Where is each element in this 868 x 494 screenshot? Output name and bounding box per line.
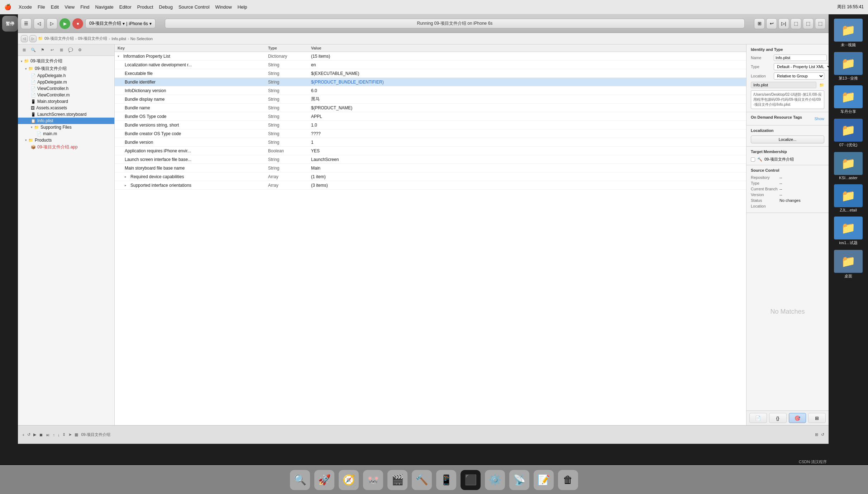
name-input[interactable]: [774, 54, 827, 61]
stop-debug-btn[interactable]: ⏹: [39, 433, 43, 437]
inspector-tab-quick[interactable]: {}: [769, 413, 787, 423]
plist-row-1[interactable]: Localization native development r... Str…: [115, 61, 746, 69]
plist-row-12[interactable]: Launch screen interface file base... Str…: [115, 155, 746, 164]
view-center-btn[interactable]: ⬚: [803, 18, 814, 29]
tree-item-assets[interactable]: 🖼 Assets.xcassets: [18, 105, 114, 111]
pause-btn[interactable]: ⏯: [46, 433, 50, 437]
run-button[interactable]: ▶: [59, 18, 70, 29]
nav-forward-btn[interactable]: ▷: [47, 18, 57, 29]
tree-item-infoplist[interactable]: 📋 Info.plist: [18, 118, 114, 124]
breadcrumb-back-btn[interactable]: ◁: [21, 35, 28, 42]
file-browse-icon[interactable]: 📁: [819, 83, 824, 87]
dock-item-mouse[interactable]: 🐭: [363, 470, 383, 490]
menu-find[interactable]: Find: [80, 4, 89, 10]
desktop-folder-0[interactable]: 📁 未···视频: [830, 17, 867, 49]
dock-item-network[interactable]: 📡: [509, 470, 529, 490]
editor-toggle-btn[interactable]: ⊞: [754, 18, 765, 29]
nav-toggle-btn[interactable]: ☰: [21, 18, 32, 29]
target-checkbox[interactable]: [751, 157, 755, 162]
breadcrumb-item-1[interactable]: 09-项目文件介绍: [44, 36, 74, 41]
menu-navigate[interactable]: Navigate: [95, 4, 113, 10]
stop-button[interactable]: ■: [72, 18, 83, 29]
menu-product[interactable]: Product: [137, 4, 153, 10]
nav-icon-back[interactable]: ↩: [48, 46, 56, 54]
menu-file[interactable]: File: [38, 4, 45, 10]
plist-row-7[interactable]: Bundle OS Type code String APPL: [115, 112, 746, 121]
step-over-btn[interactable]: ↑: [53, 433, 55, 437]
add-editor-btn[interactable]: ▷|: [778, 18, 789, 29]
tree-item-appdelegatem[interactable]: 📄 AppDelegate.m: [18, 79, 114, 85]
desktop-folder-5[interactable]: 📁 ZJL...etail: [830, 183, 867, 214]
menu-edit[interactable]: Edit: [51, 4, 59, 10]
tree-group-supporting[interactable]: 📁 Supporting Files: [18, 124, 114, 130]
location-select[interactable]: Relative to Group: [774, 72, 824, 80]
tree-item-app[interactable]: 📦 09-项目文件介绍.app: [18, 143, 114, 151]
menu-help[interactable]: Help: [238, 4, 247, 10]
add-file-btn[interactable]: +: [22, 433, 24, 437]
menu-debug[interactable]: Debug: [159, 4, 173, 10]
back-fwd-btn[interactable]: ↩: [766, 18, 777, 29]
plist-row-11[interactable]: Application requires iPhone envir... Boo…: [115, 147, 746, 155]
inspector-tab-identity[interactable]: 🎯: [789, 413, 806, 423]
tree-item-launchscreen[interactable]: 📱 LaunchScreen.storyboard: [18, 111, 114, 118]
dock-item-simulator[interactable]: 📱: [436, 470, 456, 490]
tree-item-viewcontrollerh[interactable]: 📄 ViewController.h: [18, 85, 114, 92]
dock-item-terminal[interactable]: ⬛: [461, 470, 481, 490]
inspector-tab-build[interactable]: ⊞: [808, 413, 826, 423]
nav-icon-comment[interactable]: 💬: [67, 46, 75, 54]
apple-menu[interactable]: 🍎: [4, 4, 11, 10]
tree-group-products[interactable]: 📁 Products: [18, 137, 114, 143]
refresh-view-btn[interactable]: ↺: [821, 432, 824, 437]
plist-row-15[interactable]: ▸ Supported interface orientations Array…: [115, 181, 746, 190]
dock-item-launchpad[interactable]: 🚀: [314, 470, 334, 490]
nav-icon-grid[interactable]: ⊞: [57, 46, 65, 54]
menu-view[interactable]: View: [65, 4, 75, 10]
nav-icon-gear[interactable]: ⚙: [76, 46, 84, 54]
desktop-folder-3[interactable]: 📁 07···(优化): [830, 117, 867, 149]
desktop-folder-1[interactable]: 📁 第13···业推: [830, 51, 867, 82]
show-btn[interactable]: Show: [814, 117, 824, 121]
tree-item-mainm[interactable]: 📄 main.m: [18, 130, 114, 137]
tree-item-mainstoryboard[interactable]: 📱 Main.storyboard: [18, 98, 114, 105]
plist-row-9[interactable]: Bundle creator OS Type code String ????: [115, 129, 746, 138]
plist-row-8[interactable]: Bundle versions string, short String 1.0: [115, 121, 746, 129]
menu-editor[interactable]: Editor: [119, 4, 132, 10]
nav-icon-folder[interactable]: ⊞: [20, 46, 28, 54]
plist-row-3[interactable]: Bundle identifier String $(PRODUCT_BUNDL…: [115, 78, 746, 86]
breadcrumb-forward-btn[interactable]: ▷: [29, 35, 37, 42]
plist-row-0[interactable]: ▾ Information Property List Dictionary (…: [115, 52, 746, 61]
expand-icon-0[interactable]: ▾: [118, 54, 122, 58]
plist-row-14[interactable]: ▸ Required device capabilities Array (1 …: [115, 172, 746, 181]
type-select[interactable]: Default - Property List XML: [774, 63, 829, 70]
desktop-folder-4[interactable]: 📁 KSI...aster: [830, 151, 867, 181]
plist-row-6[interactable]: Bundle name String $(PRODUCT_NAME): [115, 104, 746, 112]
plist-row-10[interactable]: Bundle version String 1: [115, 138, 746, 147]
plist-row-4[interactable]: InfoDictionary version String 6.0: [115, 86, 746, 95]
nav-icon-flag[interactable]: ⚑: [39, 46, 47, 54]
desktop-folder-2[interactable]: 📁 车丹分享: [830, 84, 867, 116]
menu-window[interactable]: Window: [215, 4, 232, 10]
inspector-tab-file[interactable]: 📄: [749, 413, 767, 423]
debug-area-btn[interactable]: ▶: [33, 432, 36, 437]
menu-xcode[interactable]: Xcode: [19, 4, 32, 10]
plist-row-2[interactable]: Executable file String $(EXECUTABLE_NAME…: [115, 69, 746, 78]
desktop-folder-7[interactable]: 📁 桌面: [830, 248, 867, 280]
step-in-btn[interactable]: ↓: [58, 433, 60, 437]
tree-item-appdelegateh[interactable]: 📄 AppDelegate.h: [18, 72, 114, 79]
dock-item-system-prefs[interactable]: ⚙️: [485, 470, 505, 490]
dock-item-trash[interactable]: 🗑: [558, 470, 578, 490]
refresh-btn[interactable]: ↺: [27, 432, 30, 437]
expand-icon-14[interactable]: ▸: [125, 175, 129, 179]
plist-row-13[interactable]: Main storyboard file base name String Ma…: [115, 164, 746, 172]
breadcrumb-item-2[interactable]: 09-项目文件介绍: [78, 36, 108, 41]
dock-item-movie[interactable]: 🎬: [387, 470, 407, 490]
tree-root[interactable]: 📁 09-项目文件介绍: [18, 57, 114, 65]
expand-icon-15[interactable]: ▸: [125, 184, 129, 187]
view-left-btn[interactable]: ⬚: [791, 18, 801, 29]
plist-row-5[interactable]: Bundle display name String 黑马: [115, 95, 746, 104]
scheme-selector[interactable]: 09-项目文件介绍 ▾ | iPhone 6s ▾: [85, 19, 156, 28]
capture-btn[interactable]: ▦: [75, 432, 78, 437]
dock-item-finder[interactable]: 🔍: [290, 470, 310, 490]
dock-item-notes[interactable]: 📝: [534, 470, 554, 490]
view-toggle-btn[interactable]: ⊞: [815, 432, 818, 437]
